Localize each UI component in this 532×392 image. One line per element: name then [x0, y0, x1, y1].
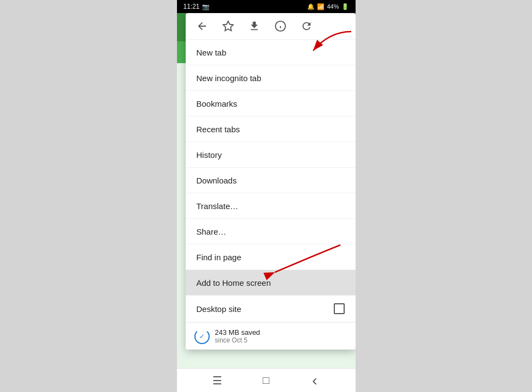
menu-item-new-incognito-tab[interactable]: New incognito tab: [186, 65, 356, 90]
savings-icon: [194, 329, 210, 344]
menu-item-add-to-home-screen[interactable]: Add to Home screen: [186, 270, 356, 295]
savings-amount: 243 MB saved: [215, 328, 260, 336]
menu-item-recent-tabs[interactable]: Recent tabs: [186, 117, 356, 142]
menu-item-find-in-page[interactable]: Find in page: [186, 244, 356, 270]
bookmark-star-icon[interactable]: [221, 19, 236, 34]
refresh-icon[interactable]: [299, 19, 314, 34]
savings-info: 243 MB saved since Oct 5: [215, 328, 260, 344]
desktop-site-checkbox[interactable]: [334, 303, 345, 314]
dropdown-overlay: New tab New incognito tab Bookmarks Rece…: [177, 0, 356, 392]
phone-container: 11:21 📷 🔔 📶 44% 🔋 🔒 qu QUO H re: [177, 0, 356, 392]
info-icon[interactable]: [273, 19, 288, 34]
download-icon[interactable]: [247, 19, 262, 34]
menu-item-new-tab[interactable]: New tab: [186, 40, 356, 65]
menu-item-downloads[interactable]: Downloads: [186, 168, 356, 193]
dropdown-menu: New tab New incognito tab Bookmarks Rece…: [186, 13, 356, 350]
menu-item-history[interactable]: History: [186, 142, 356, 167]
menu-item-bookmarks[interactable]: Bookmarks: [186, 91, 356, 116]
savings-bar: 243 MB saved since Oct 5: [186, 322, 356, 350]
menu-item-share[interactable]: Share…: [186, 219, 356, 244]
dropdown-toolbar: [186, 13, 356, 40]
savings-since: since Oct 5: [215, 336, 260, 344]
menu-item-desktop-site[interactable]: Desktop site: [186, 296, 356, 322]
menu-item-translate[interactable]: Translate…: [186, 193, 356, 218]
back-arrow-icon[interactable]: [194, 19, 210, 34]
svg-marker-0: [223, 21, 233, 30]
